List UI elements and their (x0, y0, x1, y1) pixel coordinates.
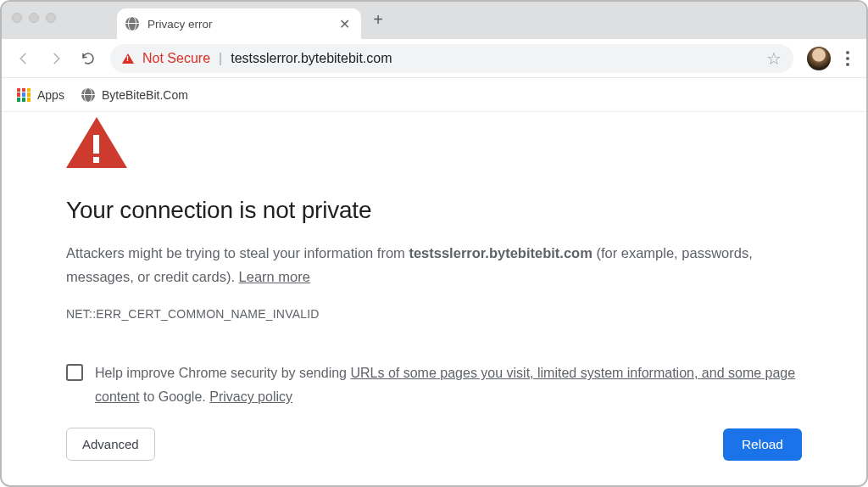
globe-icon (125, 17, 139, 31)
kebab-menu-icon[interactable] (841, 46, 854, 71)
bookmark-item[interactable]: ByteBiteBit.Com (81, 88, 188, 102)
browser-tab[interactable]: Privacy error ✕ (117, 8, 361, 39)
optin-mid: to Google. (139, 389, 209, 404)
privacy-policy-link[interactable]: Privacy policy (209, 389, 292, 404)
error-code: NET::ERR_CERT_COMMON_NAME_INVALID (66, 307, 802, 321)
window-controls[interactable] (12, 13, 56, 23)
error-page-content: Your connection is not private Attackers… (2, 117, 866, 461)
close-window-icon[interactable] (12, 13, 22, 23)
close-tab-icon[interactable]: ✕ (336, 15, 353, 32)
apps-grid-icon (17, 88, 31, 102)
warning-triangle-icon (66, 117, 127, 168)
browser-toolbar: Not Secure | testsslerror.bytebitebit.co… (2, 39, 866, 78)
optin-text: Help improve Chrome security by sending … (95, 361, 802, 409)
warning-triangle-icon (122, 53, 134, 64)
advanced-button[interactable]: Advanced (66, 428, 155, 461)
separator: | (219, 51, 222, 66)
error-description: Attackers might be trying to steal your … (66, 241, 802, 288)
back-button[interactable] (10, 45, 37, 72)
minimize-window-icon[interactable] (29, 13, 39, 23)
reload-icon (81, 51, 96, 66)
arrow-left-icon (16, 51, 31, 66)
reload-button[interactable] (75, 45, 102, 72)
new-tab-button[interactable]: + (361, 10, 395, 30)
arrow-right-icon (48, 51, 64, 66)
error-heading: Your connection is not private (66, 197, 802, 224)
optin-row: Help improve Chrome security by sending … (66, 361, 802, 409)
bookmark-label: ByteBiteBit.Com (102, 88, 188, 102)
address-bar[interactable]: Not Secure | testsslerror.bytebitebit.co… (110, 44, 793, 73)
window-titlebar: Privacy error ✕ + (2, 2, 866, 39)
bookmarks-bar: Apps ByteBiteBit.Com (2, 78, 866, 112)
error-domain: testsslerror.bytebitebit.com (409, 245, 592, 260)
button-row: Advanced Reload (66, 428, 802, 461)
apps-shortcut[interactable]: Apps (17, 88, 64, 102)
maximize-window-icon[interactable] (46, 13, 56, 23)
learn-more-link[interactable]: Learn more (239, 269, 310, 284)
bookmark-star-icon[interactable]: ☆ (766, 48, 782, 69)
reload-page-button[interactable]: Reload (723, 428, 802, 461)
tab-title: Privacy error (147, 18, 213, 31)
desc-prefix: Attackers might be trying to steal your … (66, 245, 409, 260)
security-status[interactable]: Not Secure (142, 51, 210, 66)
profile-avatar[interactable] (807, 47, 831, 70)
optin-checkbox[interactable] (66, 364, 83, 381)
apps-label: Apps (37, 88, 64, 102)
forward-button[interactable] (42, 45, 70, 72)
url-text: testsslerror.bytebitebit.com (231, 51, 392, 66)
globe-icon (81, 88, 95, 102)
optin-prefix: Help improve Chrome security by sending (95, 366, 350, 380)
plus-icon: + (373, 10, 383, 29)
